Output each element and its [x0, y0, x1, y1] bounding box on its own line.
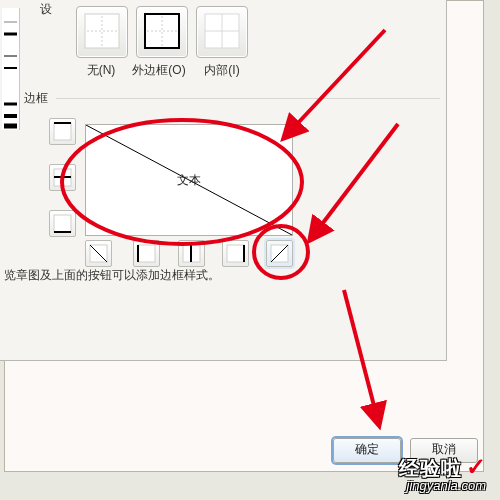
ok-button[interactable]: 确定 [333, 438, 401, 463]
edge-middle-h-button[interactable] [49, 164, 76, 191]
preset-inner-icon [203, 12, 241, 50]
edge-middle-v-icon [179, 241, 204, 266]
diag-down-icon [86, 241, 111, 266]
edge-left-button[interactable] [133, 240, 160, 267]
line-style-list[interactable] [2, 8, 20, 130]
edge-bottom-button[interactable] [49, 210, 76, 237]
svg-rect-16 [54, 123, 71, 140]
dialog-panel: 设 无(N) 外边框(O) 内部(I) 边框 [0, 0, 447, 361]
edge-left-icon [134, 241, 159, 266]
svg-rect-10 [145, 14, 179, 48]
watermark-url: jingyanla.com [399, 479, 486, 492]
edge-middle-h-icon [50, 165, 75, 190]
diag-up-icon [267, 241, 292, 266]
preview-sample-text: 文本 [86, 125, 292, 235]
edge-top-button[interactable] [49, 118, 76, 145]
preset-inner-label: 内部(I) [194, 62, 250, 79]
watermark: 经验啦✓ jingyanla.com [399, 455, 486, 492]
preset-group-label: 设 [40, 1, 52, 18]
divider [56, 98, 440, 99]
svg-rect-20 [54, 215, 71, 232]
preset-none[interactable] [76, 6, 128, 58]
svg-rect-7 [85, 14, 119, 48]
hint-text: 览章图及上面的按钮可以添加边框样式。 [4, 267, 220, 284]
preset-none-label: 无(N) [73, 62, 129, 79]
svg-rect-29 [227, 245, 244, 262]
preset-inner[interactable] [196, 6, 248, 58]
edge-top-icon [50, 119, 75, 144]
border-group-label: 边框 [24, 90, 48, 107]
preset-none-icon [83, 12, 121, 50]
preset-box-label: 外边框(O) [131, 62, 187, 79]
preset-box-icon [143, 12, 181, 50]
edge-bottom-icon [50, 211, 75, 236]
edge-middle-v-button[interactable] [178, 240, 205, 267]
diag-down-button[interactable] [85, 240, 112, 267]
edge-right-icon [223, 241, 248, 266]
watermark-check-icon: ✓ [466, 453, 486, 480]
preset-box[interactable] [136, 6, 188, 58]
edge-right-button[interactable] [222, 240, 249, 267]
border-preview: 文本 [85, 124, 293, 236]
screenshot-stage: 设 无(N) 外边框(O) 内部(I) 边框 [0, 0, 500, 500]
diag-up-button[interactable] [266, 240, 293, 267]
watermark-brand: 经验啦 [399, 457, 462, 479]
svg-rect-25 [138, 245, 155, 262]
